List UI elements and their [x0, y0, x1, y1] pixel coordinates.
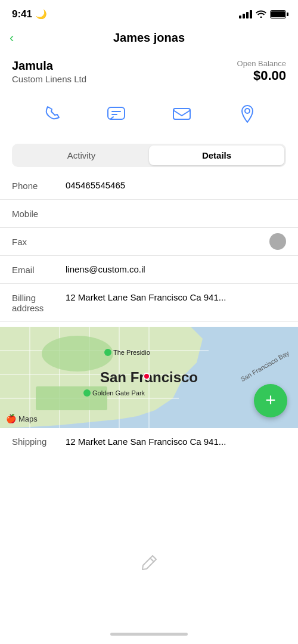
map-pin — [143, 373, 150, 380]
svg-rect-4 — [173, 109, 190, 119]
company-sub: Custom Linens Ltd — [12, 74, 86, 84]
email-field-row: Email linens@custom.co.il — [0, 255, 298, 284]
phone-field-row: Phone 045465545465 — [0, 172, 298, 200]
svg-point-17 — [42, 336, 113, 371]
fax-field-row: Fax — [0, 228, 298, 255]
message-button[interactable] — [98, 96, 134, 132]
drag-handle[interactable] — [269, 233, 286, 250]
balance-section: Open Balance $0.00 — [237, 59, 286, 83]
battery-icon — [270, 10, 286, 18]
balance-label: Open Balance — [237, 59, 286, 68]
status-time: 9:41 — [12, 8, 32, 20]
tab-details[interactable]: Details — [149, 145, 284, 165]
mobile-label: Mobile — [12, 208, 66, 219]
ggpark-dot — [83, 389, 91, 397]
status-bar: 9:41 🌙 — [0, 0, 298, 26]
wifi-icon — [256, 10, 266, 20]
phone-button[interactable] — [33, 96, 69, 132]
svg-rect-1 — [108, 107, 125, 119]
home-indicator — [110, 633, 188, 636]
details-section: Phone 045465545465 Mobile Fax Email line… — [0, 167, 298, 327]
page-title: James jonas — [113, 31, 185, 45]
presidio-dot — [104, 349, 111, 356]
ggpark-label: Golden Gate Park — [83, 389, 145, 397]
maps-watermark: 🍎 Maps — [6, 414, 38, 423]
back-button[interactable]: ‹ — [10, 32, 14, 45]
fab-add-button[interactable]: + — [254, 384, 287, 417]
contact-name-section: Jamula Custom Linens Ltd — [12, 59, 86, 84]
apple-icon: 🍎 — [6, 414, 16, 423]
fax-label: Fax — [12, 236, 66, 247]
billing-value: 12 Market Lane San Francisco Ca 941... — [66, 292, 286, 302]
phone-label: Phone — [12, 180, 66, 191]
svg-line-18 — [150, 558, 154, 562]
fab-plus-icon: + — [265, 391, 276, 409]
svg-point-5 — [245, 109, 250, 113]
presidio-label: The Presidio — [104, 349, 150, 356]
phone-value: 045465545465 — [66, 180, 286, 190]
tab-activity[interactable]: Activity — [14, 145, 149, 165]
company-name: Jamula — [12, 59, 86, 73]
billing-label: Billing address — [12, 292, 66, 313]
email-label: Email — [12, 264, 66, 275]
billing-field-row: Billing address 12 Market Lane San Franc… — [0, 284, 298, 322]
map-section[interactable]: The Presidio San Francisco Golden Gate P… — [0, 327, 298, 428]
shipping-value: 12 Market Lane San Francisco Ca 941... — [66, 436, 226, 447]
tabs: Activity Details — [12, 144, 286, 167]
balance-amount: $0.00 — [237, 68, 286, 83]
action-icons — [0, 86, 298, 141]
edit-section — [139, 553, 159, 572]
signal-icon — [239, 10, 252, 18]
shipping-field-row: Shipping 12 Market Lane San Francisco Ca… — [0, 428, 298, 455]
location-button[interactable] — [229, 96, 265, 132]
edit-icon[interactable] — [139, 553, 159, 572]
email-value: linens@custom.co.il — [66, 264, 286, 274]
shipping-label: Shipping — [12, 436, 66, 447]
email-button[interactable] — [164, 96, 200, 132]
header: ‹ James jonas — [0, 26, 298, 52]
contact-info: Jamula Custom Linens Ltd Open Balance $0… — [0, 52, 298, 86]
moon-icon: 🌙 — [36, 9, 47, 20]
mobile-field-row: Mobile — [0, 200, 298, 228]
status-icons — [239, 10, 286, 20]
